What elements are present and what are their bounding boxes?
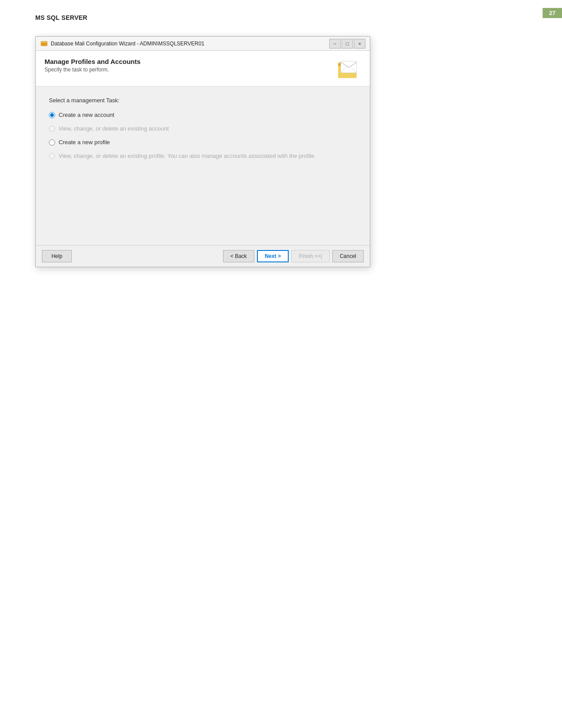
finish-button: Finish >>| <box>291 250 329 262</box>
cancel-button[interactable]: Cancel <box>332 250 364 262</box>
radio-input-4 <box>49 153 55 159</box>
radio-input-3[interactable] <box>49 139 55 146</box>
svg-rect-3 <box>42 44 45 45</box>
help-button[interactable]: Help <box>42 250 72 262</box>
radio-input-1[interactable] <box>49 112 55 118</box>
radio-option-3[interactable]: Create a new profile <box>49 139 357 146</box>
title-bar-left: Database Mail Configuration Wizard - ADM… <box>40 40 205 48</box>
next-button[interactable]: Next > <box>257 250 289 262</box>
radio-option-2: View, change, or delete an existing acco… <box>49 125 357 132</box>
radio-label-4: View, change, or delete an existing prof… <box>59 153 314 159</box>
footer-right: < Back Next > Finish >>| Cancel <box>223 250 364 262</box>
svg-rect-2 <box>42 43 46 44</box>
footer-left: Help <box>42 250 72 262</box>
radio-option-1[interactable]: Create a new account <box>49 112 357 118</box>
task-label: Select a management Task: <box>49 97 357 104</box>
minimize-button[interactable]: − <box>329 39 341 49</box>
dialog-content: Select a management Task: Create a new a… <box>36 86 370 245</box>
back-button[interactable]: < Back <box>223 250 254 262</box>
dialog-header-text: Manage Profiles and Accounts Specify the… <box>45 58 141 73</box>
dialog-title-icon <box>40 40 48 48</box>
dialog-header: Manage Profiles and Accounts Specify the… <box>36 51 370 86</box>
radio-option-4: View, change, or delete an existing prof… <box>49 153 357 159</box>
dialog-title-bar: Database Mail Configuration Wizard - ADM… <box>36 37 370 51</box>
dialog-title-text: Database Mail Configuration Wizard - ADM… <box>51 41 205 47</box>
dialog-footer: Help < Back Next > Finish >>| Cancel <box>36 245 370 267</box>
radio-input-2 <box>49 126 55 132</box>
dialog-header-subtitle: Specify the task to perform. <box>45 67 141 73</box>
dialog-window: Database Mail Configuration Wizard - ADM… <box>35 36 370 267</box>
dialog-header-title: Manage Profiles and Accounts <box>45 58 141 65</box>
page-number-badge: 27 <box>543 8 562 18</box>
svg-rect-6 <box>341 61 357 73</box>
title-bar-controls: − □ × <box>329 39 365 49</box>
close-button[interactable]: × <box>354 39 365 49</box>
radio-label-3: Create a new profile <box>59 139 110 146</box>
section-heading: MS SQL SERVER <box>35 14 87 21</box>
radio-group: Create a new account View, change, or de… <box>49 112 357 159</box>
dialog-header-icon <box>336 58 361 80</box>
restore-button[interactable]: □ <box>342 39 353 49</box>
radio-label-1: Create a new account <box>59 112 114 118</box>
radio-label-2: View, change, or delete an existing acco… <box>59 125 169 132</box>
svg-rect-1 <box>41 41 47 43</box>
